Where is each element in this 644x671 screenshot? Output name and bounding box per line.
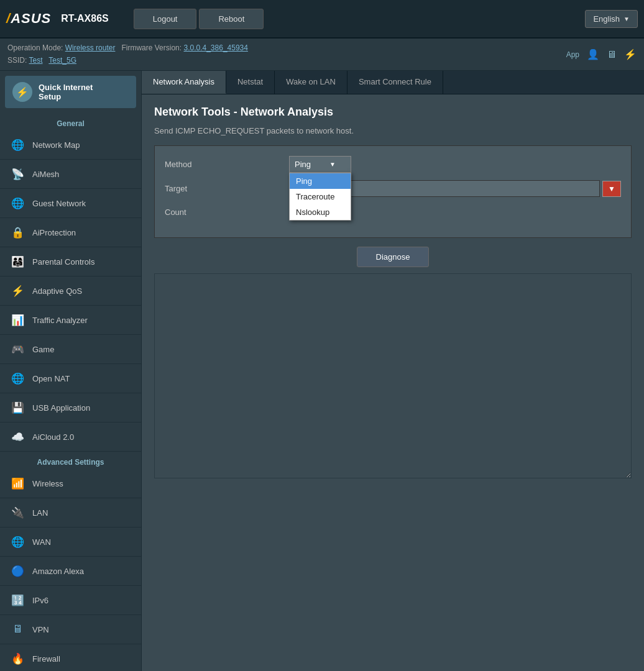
model-name: RT-AX86S — [61, 13, 108, 24]
operation-mode-label: Operation Mode: — [7, 43, 63, 52]
tab-smart-connect-rule[interactable]: Smart Connect Rule — [347, 71, 443, 94]
operation-mode-value[interactable]: Wireless router — [65, 43, 116, 52]
tab-network-analysis[interactable]: Network Analysis — [142, 71, 226, 94]
aiprotection-icon: 🔒 — [9, 224, 26, 241]
parental-controls-icon: 👨‍👩‍👧 — [9, 253, 26, 270]
sidebar-item-aimesh[interactable]: 📡 AiMesh — [0, 160, 141, 189]
guest-network-icon: 🌐 — [9, 194, 26, 212]
language-selector[interactable]: English ▼ — [585, 10, 638, 28]
ssid-5g[interactable]: Test_5G — [48, 56, 76, 65]
count-row: Count — [165, 204, 621, 220]
wan-label: WAN — [32, 537, 51, 547]
usb-application-icon: 💾 — [9, 399, 26, 416]
brand-logo: /ASUS — [6, 11, 51, 27]
sidebar-item-ipv6[interactable]: 🔢 IPv6 — [0, 586, 141, 615]
open-nat-icon: 🌐 — [9, 370, 26, 387]
sidebar-item-open-nat[interactable]: 🌐 Open NAT — [0, 364, 141, 393]
aimesh-icon: 📡 — [9, 165, 26, 183]
open-nat-label: Open NAT — [32, 374, 70, 383]
tab-wake-on-lan[interactable]: Wake on LAN — [275, 71, 347, 94]
ipv6-label: IPv6 — [32, 596, 48, 605]
sidebar-item-wan[interactable]: 🌐 WAN — [0, 527, 141, 557]
adaptive-qos-icon: ⚡ — [9, 282, 26, 299]
diagnose-button-wrapper: Diagnose — [154, 247, 632, 267]
target-dropdown-button[interactable]: ▼ — [602, 181, 621, 197]
people-icon[interactable]: 👤 — [587, 48, 599, 60]
reboot-button[interactable]: Reboot — [199, 9, 264, 29]
chevron-down-icon: ▼ — [329, 161, 336, 168]
lan-label: LAN — [32, 508, 48, 518]
firmware-value[interactable]: 3.0.0.4_386_45934 — [183, 43, 247, 52]
sidebar-item-aicloud[interactable]: ☁️ AiCloud 2.0 — [0, 422, 141, 452]
amazon-alexa-icon: 🔵 — [9, 562, 26, 580]
firewall-label: Firewall — [32, 654, 60, 664]
page-description: Send ICMP ECHO_REQUEST packets to networ… — [154, 126, 632, 135]
network-map-icon: 🌐 — [9, 136, 26, 153]
parental-controls-label: Parental Controls — [32, 257, 94, 267]
sidebar-item-aiprotection[interactable]: 🔒 AiProtection — [0, 218, 141, 247]
advanced-items-container: 📶 Wireless 🔌 LAN 🌐 WAN 🔵 Amazon Alexa 🔢 … — [0, 469, 141, 671]
header: /ASUS RT-AX86S Logout Reboot English ▼ — [0, 0, 644, 39]
aimesh-label: AiMesh — [32, 170, 59, 179]
monitor-icon[interactable]: 🖥 — [607, 49, 617, 60]
sidebar-item-traffic-analyzer[interactable]: 📊 Traffic Analyzer — [0, 306, 141, 335]
sidebar-item-vpn[interactable]: 🖥 VPN — [0, 615, 141, 644]
firewall-icon: 🔥 — [9, 650, 26, 667]
tab-netstat[interactable]: Netstat — [226, 71, 275, 94]
general-section-label: General — [0, 113, 141, 130]
method-option-traceroute[interactable]: Traceroute — [290, 189, 351, 204]
method-control: Ping ▼ Ping Traceroute Nslookup — [289, 156, 621, 173]
sidebar-item-network-map[interactable]: 🌐 Network Map — [0, 130, 141, 160]
status-icons: App 👤 🖥 ⚡ — [566, 48, 637, 60]
output-area[interactable] — [154, 273, 632, 478]
method-option-nslookup[interactable]: Nslookup — [290, 204, 351, 220]
status-info: Operation Mode: Wireless router Firmware… — [7, 42, 248, 66]
sidebar-item-adaptive-qos[interactable]: ⚡ Adaptive QoS — [0, 276, 141, 306]
sidebar-item-amazon-alexa[interactable]: 🔵 Amazon Alexa — [0, 557, 141, 586]
nav-items-container: 🌐 Network Map 📡 AiMesh 🌐 Guest Network 🔒… — [0, 130, 141, 452]
method-option-ping[interactable]: Ping — [290, 173, 351, 189]
language-label: English — [593, 14, 620, 24]
game-label: Game — [32, 345, 54, 354]
status-bar: Operation Mode: Wireless router Firmware… — [0, 39, 644, 71]
adaptive-qos-label: Adaptive QoS — [32, 286, 82, 296]
sidebar-item-usb-application[interactable]: 💾 USB Application — [0, 393, 141, 422]
sidebar-item-parental-controls[interactable]: 👨‍👩‍👧 Parental Controls — [0, 247, 141, 276]
usb-icon[interactable]: ⚡ — [624, 48, 637, 60]
method-dropdown-button[interactable]: Ping ▼ — [289, 156, 351, 173]
ssid-2g[interactable]: Test — [29, 56, 42, 65]
wireless-label: Wireless — [32, 479, 63, 488]
sidebar-item-game[interactable]: 🎮 Game — [0, 335, 141, 364]
vpn-label: VPN — [32, 625, 49, 634]
sidebar-item-lan[interactable]: 🔌 LAN — [0, 498, 141, 527]
method-label: Method — [165, 160, 289, 169]
sidebar-item-wireless[interactable]: 📶 Wireless — [0, 469, 141, 498]
ipv6-icon: 🔢 — [9, 591, 26, 609]
page-title: Network Tools - Network Analysis — [154, 106, 632, 119]
wireless-icon: 📶 — [9, 475, 26, 492]
sidebar: ⚡ Quick InternetSetup General 🌐 Network … — [0, 71, 142, 671]
ssid-label: SSID: — [7, 56, 27, 65]
form-area: Method Ping ▼ Ping Traceroute Nslookup — [154, 145, 632, 238]
target-row: Target ▼ — [165, 180, 621, 197]
header-buttons: Logout Reboot — [134, 9, 264, 29]
sidebar-item-guest-network[interactable]: 🌐 Guest Network — [0, 189, 141, 218]
amazon-alexa-label: Amazon Alexa — [32, 567, 84, 576]
guest-network-label: Guest Network — [32, 199, 86, 208]
quick-internet-setup-button[interactable]: ⚡ Quick InternetSetup — [5, 76, 136, 108]
target-label: Target — [165, 184, 289, 193]
logout-button[interactable]: Logout — [134, 9, 197, 29]
content-area: Network Analysis Netstat Wake on LAN Sma… — [142, 71, 644, 671]
app-label: App — [566, 50, 579, 59]
main-layout: ⚡ Quick InternetSetup General 🌐 Network … — [0, 71, 644, 671]
chevron-down-icon: ▼ — [623, 16, 630, 22]
aicloud-label: AiCloud 2.0 — [32, 432, 74, 442]
aiprotection-label: AiProtection — [32, 228, 76, 237]
wan-icon: 🌐 — [9, 533, 26, 550]
traffic-analyzer-label: Traffic Analyzer — [32, 316, 88, 325]
firmware-label: Firmware Version: — [121, 43, 182, 52]
traffic-analyzer-icon: 📊 — [9, 311, 26, 329]
method-dropdown: Ping ▼ Ping Traceroute Nslookup — [289, 156, 621, 173]
sidebar-item-firewall[interactable]: 🔥 Firewall — [0, 644, 141, 671]
diagnose-button[interactable]: Diagnose — [357, 247, 430, 267]
